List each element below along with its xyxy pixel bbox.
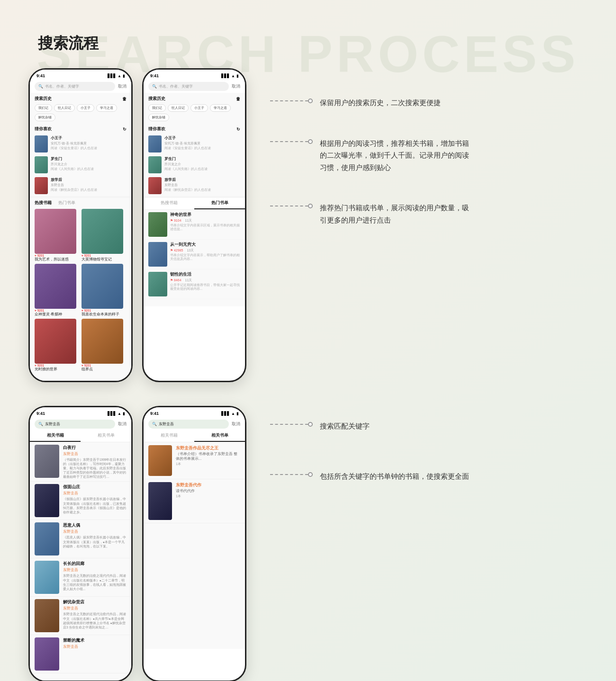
cancel-btn-4[interactable]: 取消 [232, 421, 240, 427]
cancel-btn-2[interactable]: 取消 [232, 83, 240, 90]
hot-item-1-5[interactable]: ♥ 9201 纽界点 [82, 319, 127, 372]
dashed-1-0 [270, 100, 308, 101]
book-item-1-0[interactable]: 小王子 安托万·德·圣·埃克苏佩里 阅读《安徒生童话》的人也在读 [30, 134, 131, 154]
annotations-row-1: 保留用户的搜索历史，二次搜索更便捷 根据用户的阅读习惯，推荐相关书籍，增加书籍的… [261, 68, 588, 226]
list-info-3-2: 恶意人偶 东野圭吾 《恶意人偶》据东野圭吾长篇小说改编，中文简体版出（某某）出版… [63, 522, 127, 548]
tag-1-3[interactable]: 学习之道 [96, 104, 117, 112]
hot-list-item-2-0[interactable]: 神奇的世界 ⚑ 9104 11天 书单介绍文字内容展示区域，展示书单的相关描述信… [144, 210, 245, 240]
tab-lists-3[interactable]: 相关书单 [81, 430, 131, 442]
result-item-4-0[interactable]: 东野圭吾作品无尽之王 （书单介绍）书单收录了东野圭吾 整体的书单展示... 1本 [144, 442, 245, 479]
hot-item-1-2[interactable]: ♥ 9201 众神显灵·希腊神 [35, 264, 80, 317]
annotations-row-2: 搜索匹配关键字 包括所含关键字的书单钟的书籍，使搜索更全面 [261, 406, 588, 482]
cancel-btn-3[interactable]: 取消 [118, 421, 127, 427]
search-bar-row-1: 🔍 书名、作者、关键字 取消 [30, 80, 131, 93]
tab-lists-4[interactable]: 相关书单 [194, 430, 245, 442]
tag-1-1[interactable]: 狂人日记 [54, 104, 75, 112]
list-item-3-5[interactable]: 禁断的魔术 东野圭吾 [30, 635, 131, 673]
book-item-2-2[interactable]: 放学后 东野圭吾 阅读《解忧杂货店》的人也在读 [144, 175, 245, 196]
clear-icon-2[interactable]: 🗑 [236, 97, 240, 101]
tab-hot-books[interactable]: 热搜书箱 [144, 198, 194, 209]
tab-books-3[interactable]: 相关书籍 [30, 430, 81, 442]
tab-hot-lists[interactable]: 热门书单 [194, 198, 245, 209]
list-author-3-1: 东野圭吾 [63, 491, 127, 496]
annotation-1-2: 推荐热门书籍或书单，展示阅读的用户数量，吸引更多的用户进行点击 [270, 202, 588, 226]
list-cover-3-3 [35, 561, 59, 594]
book-item-1-2[interactable]: 放学后 东野圭吾 阅读《解忧杂货店》的人也在读 [30, 175, 131, 196]
phone-4-screen: 9:41 ▋▋▋ ▲ ▮ 🔍 东野圭吾 取消 [144, 407, 245, 649]
book-item-1-1[interactable]: 罗生门 芥川龙之介 阅读《人间失格》的人也在读 [30, 154, 131, 175]
battery-icon: ▮ [123, 74, 125, 78]
search-bar-2[interactable]: 🔍 书名、作者、关键字 [148, 82, 229, 91]
hot-cover-1-0 [35, 209, 76, 254]
dashed-2-1 [270, 474, 308, 475]
search-placeholder-1: 书名、作者、关键字 [45, 84, 79, 89]
recommend-header-2: 猜你喜欢 ↻ [144, 123, 245, 134]
book-title-2-2: 放学后 [164, 177, 240, 182]
clear-icon-1[interactable]: 🗑 [122, 97, 127, 101]
search-bar-3[interactable]: 🔍 东野圭吾 [35, 420, 115, 429]
dot-line-1-2 [270, 204, 313, 208]
list-info-3-3: 长长的回廊 东野圭吾 东野圭吾之无数的治愈之现代代作品，阅读中文（出版社名称版本… [63, 561, 127, 591]
list-author-3-2: 东野圭吾 [63, 529, 127, 534]
hot-cover-1-1 [82, 209, 123, 254]
tag-2-0[interactable]: 我们记 [148, 104, 166, 112]
hot-item-1-0[interactable]: ♥ 9201 我为艺术，所以迷惑 [35, 209, 80, 262]
cancel-btn-1[interactable]: 取消 [118, 83, 127, 90]
hot-item-1-3[interactable]: ♥ 9201 我喜欢生命本来的样子 [82, 264, 127, 317]
result-cover-4-1 [148, 482, 172, 520]
tab-books-4[interactable]: 相关书籍 [144, 430, 194, 442]
tag-2-3[interactable]: 学习之道 [210, 104, 231, 112]
book-info-1-0: 小王子 安托万·德·圣·埃克苏佩里 阅读《安徒生童话》的人也在读 [51, 135, 127, 150]
tag-1-0[interactable]: 我们记 [35, 104, 52, 112]
dot-1-1 [308, 139, 313, 144]
search-bar-1[interactable]: 🔍 书名、作者、关键字 [35, 82, 115, 91]
phone-2-screen: 9:41 ▋▋▋ ▲ ▮ 🔍 书名、作者、关键字 取消 [144, 70, 245, 306]
book-item-2-1[interactable]: 罗生门 芥川龙之介 阅读《人间失格》的人也在读 [144, 154, 245, 175]
tag-1-4[interactable]: 解忧杂铺 [35, 114, 55, 121]
annotation-text-2-1: 包括所含关键字的书单钟的书籍，使搜索更全面 [320, 470, 469, 483]
time-1: 9:41 [36, 73, 45, 78]
phone-3: 9:41 ▋▋▋ ▲ ▮ 🔍 东野圭吾 取消 [28, 406, 133, 681]
list-item-3-4[interactable]: 解忧杂货店 东野圭吾 东野圭吾之无数的近现代治愈代作品，阅读中文（出版社名称）●… [30, 597, 131, 635]
phone-1-screen: 9:41 ▋▋▋ ▲ ▮ 🔍 书名、作者、关键字 取消 [30, 70, 131, 381]
book-title-2-1: 罗生门 [164, 156, 240, 161]
phone-4: 9:41 ▋▋▋ ▲ ▮ 🔍 东野圭吾 取消 [142, 406, 246, 681]
tag-1-2[interactable]: 小王子 [77, 104, 94, 112]
list-title-3-5: 禁断的魔术 [63, 637, 127, 644]
wifi-icon-2: ▲ [231, 74, 235, 78]
list-author-3-3: 东野圭吾 [63, 568, 127, 573]
status-icons-2: ▋▋▋ ▲ ▮ [221, 74, 238, 78]
page-title: 搜索流程 [0, 0, 616, 68]
list-item-3-3[interactable]: 长长的回廊 东野圭吾 东野圭吾之无数的治愈之现代代作品，阅读中文（出版社名称版本… [30, 558, 131, 597]
result-cover-4-0 [148, 445, 172, 476]
hot-badge-1-2: ♥ 9201 [35, 309, 44, 312]
phone-3-topbar: 9:41 ▋▋▋ ▲ ▮ [30, 407, 131, 418]
tag-2-2[interactable]: 小王子 [190, 104, 208, 112]
refresh-icon-1[interactable]: ↻ [123, 127, 127, 132]
refresh-icon-2[interactable]: ↻ [236, 127, 240, 132]
status-icons-4: ▋▋▋ ▲ ▮ [221, 412, 238, 416]
annotation-text-2-0: 搜索匹配关键字 [320, 420, 370, 432]
search-bar-row-2: 🔍 书名、作者、关键字 取消 [144, 80, 245, 93]
book-cover-2-2 [148, 177, 162, 194]
book-info-2-0: 小王子 安托万·德·圣·埃克苏佩里 阅读《安徒生童话》的人也在读 [164, 135, 240, 150]
tabs-row-4: 相关书籍 相关书单 [144, 430, 245, 442]
hot-badge-1-4: ♥ 9201 [35, 364, 44, 367]
search-text-3: 东野圭吾 [45, 421, 60, 427]
hot-item-1-4[interactable]: ♥ 9201 光时撩的世界 [35, 319, 80, 372]
hot-list-item-2-1[interactable]: 从一到无穷大 ⚑ 42985 13天 书单介绍文字内容展示，帮助用户了解书单的相… [144, 240, 245, 269]
book-item-2-0[interactable]: 小王子 安托万·德·圣·埃克苏佩里 阅读《安徒生童话》的人也在读 [144, 134, 245, 154]
book-title-2-0: 小王子 [164, 135, 240, 141]
list-item-3-1[interactable]: 假面山庄 东野圭吾 《假面山庄》据东野圭吾长篇小说改编，中文简体版由（出版社名称… [30, 482, 131, 520]
hot-item-1-1[interactable]: ♥ 9201 大英博物馆寻宝记 [82, 209, 127, 262]
list-cover-3-5 [35, 637, 59, 671]
book-author-1-1: 芥川龙之介 [51, 162, 127, 167]
hot-list-item-2-2[interactable]: 韧性的生活 ⚑ 8464 11天 公开手记近期阅读推荐书目，带领大家一起寻找最受… [144, 269, 245, 299]
result-item-4-1[interactable]: 东野圭吾代作 读书代代作 1本 [144, 479, 245, 523]
list-item-3-0[interactable]: 白夜行 东野圭吾 （书籍简介）东野圭吾于1999年在日本发行的（出版社名称），写… [30, 442, 131, 482]
search-bar-4[interactable]: 🔍 东野圭吾 [148, 420, 229, 429]
book-title-1-2: 放学后 [51, 177, 127, 182]
list-item-3-2[interactable]: 恶意人偶 东野圭吾 《恶意人偶》据东野圭吾长篇小说改编，中文简体版出（某某）出版… [30, 520, 131, 558]
tag-2-4[interactable]: 解忧杂铺 [148, 114, 169, 121]
tag-2-1[interactable]: 狂人日记 [168, 104, 189, 112]
